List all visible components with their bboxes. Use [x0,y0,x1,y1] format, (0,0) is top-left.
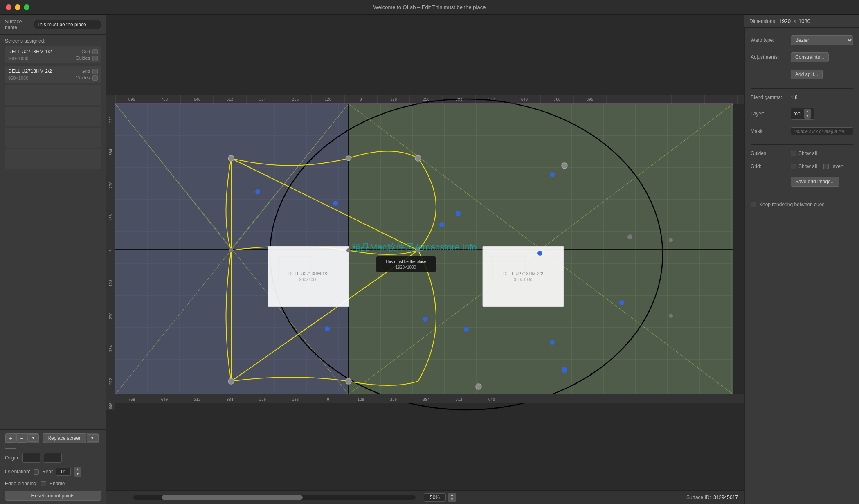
grid-label: Grid: [751,164,787,169]
degrees-stepper: ▲ ▼ [74,467,81,477]
screen-1-guides-label: Guides [76,56,90,61]
degrees-down[interactable]: ▼ [74,472,81,476]
sidebar-divider [5,448,16,449]
svg-text:960×1080: 960×1080 [299,277,318,282]
svg-text:640: 640 [521,97,528,101]
svg-text:DELL U2713HM 1/2: DELL U2713HM 1/2 [288,271,328,276]
canvas-container[interactable]: 896 768 640 512 384 256 128 0 128 256 38… [106,15,744,490]
remove-screen-button[interactable]: − [16,434,27,443]
svg-text:0: 0 [360,97,362,101]
svg-text:128: 128 [109,214,113,221]
zoom-stepper: ▲ ▼ [448,493,456,502]
svg-text:640: 640 [488,398,495,402]
dimensions-height: 1080 [798,18,810,24]
close-button[interactable] [6,4,11,10]
screen-item-1: DELL U2713HM 1/2 Grid 960×1080 Guides [5,46,101,63]
add-screen-button[interactable]: + [5,434,16,443]
svg-text:256: 256 [423,97,430,101]
layer-up[interactable]: ▲ [804,109,811,114]
guides-label: Guides: [751,151,787,156]
rp-divider-1 [751,88,853,89]
mask-label: Mask: [751,128,787,134]
screen-empty-3 [5,128,101,148]
degrees-input[interactable] [56,468,71,476]
rp-divider-3 [751,196,853,196]
svg-text:128: 128 [109,280,113,286]
surface-name-input[interactable] [34,20,101,29]
orientation-row: Orientation: Rear ▲ ▼ [0,465,106,479]
svg-point-128 [439,222,444,227]
surface-name-row: Surface name: [0,15,106,35]
minimize-button[interactable] [15,4,20,10]
save-grid-button[interactable]: Save grid image... [791,177,839,187]
svg-rect-103 [268,246,349,307]
origin-row: Origin: [0,451,106,465]
svg-point-122 [416,248,420,252]
add-dropdown-button[interactable]: ▼ [27,434,39,442]
svg-point-120 [229,248,233,252]
sidebar-bottom: + − ▼ Replace screen ▼ Origin: [0,429,106,504]
screen-empty-1 [5,86,101,105]
grid-show-all-checkbox[interactable] [791,164,796,169]
screen-2-name: DELL U2713HM 2/2 [8,68,52,74]
zoom-down[interactable]: ▼ [449,497,455,502]
zoom-value[interactable]: 50% [424,493,446,502]
svg-point-119 [415,155,421,161]
dimensions-width: 1920 [779,18,791,24]
svg-rect-2 [106,95,115,410]
svg-text:128: 128 [325,97,331,101]
zoom-up[interactable]: ▲ [449,493,455,497]
keep-rendering-checkbox[interactable] [751,202,756,207]
screen-2-grid-checkbox[interactable] [92,69,98,74]
svg-text:768: 768 [128,398,135,402]
svg-text:DELL U2713HM 2/2: DELL U2713HM 2/2 [503,271,543,276]
screen-2-dim: 960×1080 [8,76,28,81]
surface-id-value: 312945017 [713,495,738,500]
orientation-label: Orientation: [5,469,30,475]
svg-point-136 [619,300,624,305]
constraints-button[interactable]: Constraints... [791,52,829,62]
svg-text:128: 128 [292,398,299,402]
dimensions-x: × [793,18,796,24]
screen-1-dim: 960×1080 [8,56,28,61]
svg-text:512: 512 [194,398,200,402]
svg-point-123 [228,378,234,384]
mask-input[interactable] [791,127,853,135]
grid-invert-checkbox[interactable] [823,164,829,169]
svg-text:384: 384 [109,149,113,155]
replace-dropdown-button[interactable]: ▼ [87,434,98,442]
layer-row: Layer: top ▲ ▼ [751,108,853,120]
blend-gamma-row: Blend gamma: 1.8 [751,94,853,100]
replace-screen-button[interactable]: Replace screen [43,433,86,443]
svg-point-134 [550,172,555,177]
rear-checkbox[interactable] [34,469,39,475]
origin-x-input[interactable] [22,453,40,463]
enable-checkbox[interactable] [41,481,46,486]
scrollbar-thumb[interactable] [162,495,303,500]
svg-text:0: 0 [327,398,329,402]
svg-text:256: 256 [109,313,113,319]
reset-control-points-button[interactable]: Reset control points [5,491,101,501]
screen-1-guides-checkbox[interactable] [92,56,98,61]
svg-text:384: 384 [259,97,266,101]
guides-show-all-checkbox[interactable] [791,151,796,156]
svg-text:256: 256 [259,398,266,402]
rp-divider-2 [751,144,853,145]
warp-type-select[interactable]: Bézier Perspective [791,35,853,45]
guides-row: Guides: Show all [751,151,853,156]
svg-text:256: 256 [109,182,113,188]
screen-empty-2 [5,107,101,126]
origin-y-input[interactable] [44,453,62,463]
svg-rect-113 [376,256,436,272]
horizontal-scrollbar[interactable] [133,495,416,500]
main-layout: Surface name: Screens assigned: DELL U27… [0,15,859,504]
maximize-button[interactable] [24,4,29,10]
sidebar: Surface name: Screens assigned: DELL U27… [0,15,106,504]
canvas-area: 896 768 640 512 384 256 128 0 128 256 38… [106,15,744,504]
screen-2-guides-checkbox[interactable] [92,75,98,81]
screen-1-grid-checkbox[interactable] [92,49,98,54]
layer-value[interactable]: top [794,111,801,117]
degrees-up[interactable]: ▲ [74,467,81,472]
layer-down[interactable]: ▼ [804,114,811,118]
add-split-button[interactable]: Add split... [791,70,823,79]
